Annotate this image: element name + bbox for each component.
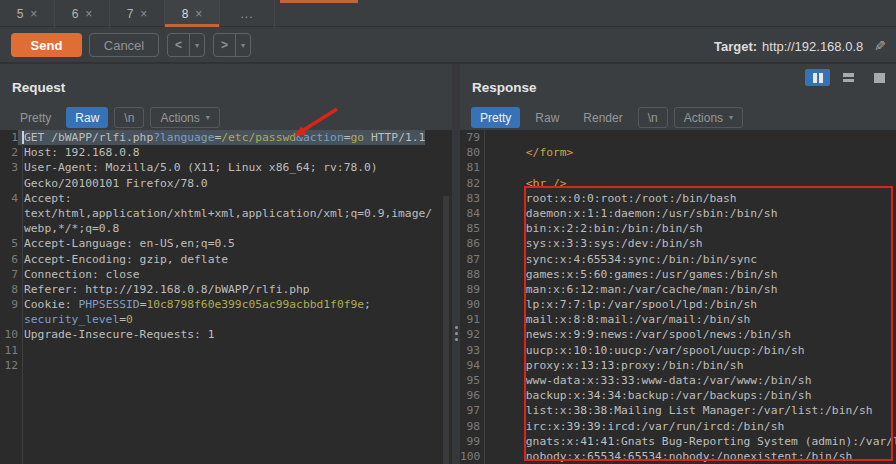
code-segment: HTTP/1.1: [364, 131, 425, 144]
line-number: 92: [460, 327, 480, 342]
splitter-grip-dot: [455, 338, 458, 341]
code-text: security_level=0: [18, 312, 133, 327]
line-number: 90: [460, 297, 480, 312]
code-segment: [485, 146, 526, 159]
code-segment: =: [119, 313, 126, 326]
code-segment: PHPSESSID: [78, 298, 139, 311]
response-tab-raw[interactable]: Raw: [526, 107, 568, 128]
code-segment: ;: [364, 298, 371, 311]
tab-close-icon[interactable]: ×: [85, 7, 92, 21]
code-line: 95 www-data:x:33:33:www-data:/var/www:/b…: [460, 373, 896, 388]
line-number: 81: [460, 160, 480, 175]
toolbar: Send Cancel < ▾ > ▾ Target: http://192.1…: [0, 28, 896, 64]
line-number: 87: [460, 252, 480, 267]
code-line: 82 <br />: [460, 176, 896, 191]
line-number: 88: [460, 267, 480, 282]
split-columns-icon: [813, 73, 817, 83]
code-segment: webp,*/*;q=0.8: [24, 222, 119, 235]
previous-request-button[interactable]: < ▾: [167, 33, 205, 57]
code-segment: Cookie:: [24, 298, 78, 311]
code-segment: www-data:x:33:33:www-data:/var/www:/bin/…: [485, 374, 811, 387]
code-text: Accept-Encoding: gzip, deflate: [18, 252, 228, 267]
edit-target-icon[interactable]: ✎: [874, 38, 886, 54]
chevron-down-icon[interactable]: ▾: [236, 41, 250, 50]
response-tab-actions[interactable]: Actions▾: [674, 107, 743, 128]
repeater-tab-5[interactable]: 5×: [0, 0, 55, 27]
line-number: 95: [460, 373, 480, 388]
code-segment: 10c8798f60e399c05ac99acbbd1f0f9e: [146, 298, 364, 311]
code-text: </form>: [480, 145, 573, 160]
repeater-tab-8[interactable]: 8×: [165, 0, 220, 27]
request-tab-raw[interactable]: Raw: [66, 107, 108, 128]
tab-close-icon[interactable]: ×: [195, 7, 202, 21]
chevron-down-icon[interactable]: ▾: [190, 41, 204, 50]
line-number: 5: [0, 236, 18, 251]
code-line: 3User-Agent: Mozilla/5.0 (X11; Linux x86…: [0, 160, 452, 175]
request-title: Request: [12, 80, 65, 95]
request-panel: Request PrettyRaw\nActions▾ 1GET /bWAPP/…: [0, 64, 452, 464]
code-segment: <br />: [526, 177, 567, 190]
code-text: www-data:x:33:33:www-data:/var/www:/bin/…: [480, 373, 811, 388]
response-view-tabs: PrettyRawRender\nActions▾: [471, 107, 743, 128]
tab-label: 7: [127, 7, 134, 21]
code-line: 83 root:x:0:0:root:/root:/bin/bash: [460, 191, 896, 206]
tab-label: Actions: [160, 111, 199, 125]
split-columns-button[interactable]: [805, 69, 830, 86]
code-line: 100 nobody:x:65534:65534:nobody:/nonexis…: [460, 449, 896, 464]
line-number: 94: [460, 358, 480, 373]
repeater-tab-7[interactable]: 7×: [110, 0, 165, 27]
line-number: 6: [0, 252, 18, 267]
code-text: Upgrade-Insecure-Requests: 1: [18, 327, 214, 342]
code-segment: list:x:38:38:Mailing List Manager:/var/l…: [485, 404, 873, 417]
request-tab-actions[interactable]: Actions▾: [150, 107, 219, 128]
single-panel-button[interactable]: [867, 69, 892, 86]
back-icon: <: [168, 38, 189, 52]
code-segment: text/html,application/xhtml+xml,applicat…: [24, 207, 432, 220]
cancel-button[interactable]: Cancel: [89, 33, 159, 57]
panel-splitter[interactable]: [452, 64, 460, 464]
request-tab-n[interactable]: \n: [114, 107, 144, 128]
code-segment: 0: [126, 313, 133, 326]
chevron-down-icon: ▾: [729, 113, 733, 122]
send-button[interactable]: Send: [11, 33, 82, 57]
split-rows-icon: [843, 73, 854, 82]
code-segment: /etc/passwd: [221, 131, 296, 144]
line-number: 99: [460, 434, 480, 449]
line-number: 8: [0, 282, 18, 297]
response-editor[interactable]: 7980 </form>8182 <br />83 root:x:0:0:roo…: [460, 130, 896, 464]
code-segment: games:x:5:60:games:/usr/games:/bin/sh: [485, 268, 777, 281]
code-line: 88 games:x:5:60:games:/usr/games:/bin/sh: [460, 267, 896, 282]
tab-label: \n: [124, 111, 134, 125]
split-rows-button[interactable]: [836, 69, 861, 86]
code-text: lp:x:7:7:lp:/var/spool/lpd:/bin/sh: [480, 297, 757, 312]
next-request-button[interactable]: > ▾: [213, 33, 251, 57]
line-number: 80: [460, 145, 480, 160]
single-panel-icon: [874, 73, 885, 83]
code-line: 87 sync:x:4:65534:sync:/bin:/bin/sync: [460, 252, 896, 267]
line-number: 3: [0, 160, 18, 175]
tab-label: 5: [17, 7, 24, 21]
request-header: Request PrettyRaw\nActions▾: [0, 64, 452, 130]
more-tabs-button[interactable]: ...: [220, 0, 275, 27]
tab-label: Render: [583, 111, 622, 125]
line-number: 11: [0, 343, 18, 358]
code-line: security_level=0: [0, 312, 452, 327]
code-segment: sys:x:3:3:sys:/dev:/bin/sh: [485, 237, 703, 250]
response-tab-pretty[interactable]: Pretty: [471, 107, 520, 128]
request-scrollbar[interactable]: [443, 196, 449, 464]
code-segment: go: [351, 131, 365, 144]
tab-close-icon[interactable]: ×: [140, 7, 147, 21]
tab-close-icon[interactable]: ×: [30, 7, 37, 21]
request-tab-pretty[interactable]: Pretty: [11, 107, 60, 128]
code-text: Connection: close: [18, 267, 140, 282]
code-line: 92 news:x:9:9:news:/var/spool/news:/bin/…: [460, 327, 896, 342]
tab-label: Raw: [75, 111, 99, 125]
response-tab-render[interactable]: Render: [574, 107, 631, 128]
code-segment: Host: 192.168.0.8: [24, 146, 140, 159]
code-segment: gnats:x:41:41:Gnats Bug-Reporting System…: [485, 435, 896, 448]
repeater-tab-6[interactable]: 6×: [55, 0, 110, 27]
request-editor[interactable]: 1GET /bWAPP/rlfi.php?language=/etc/passw…: [0, 130, 452, 464]
chevron-down-icon: ▾: [206, 113, 210, 122]
response-tab-n[interactable]: \n: [638, 107, 668, 128]
code-text: [18, 358, 24, 373]
